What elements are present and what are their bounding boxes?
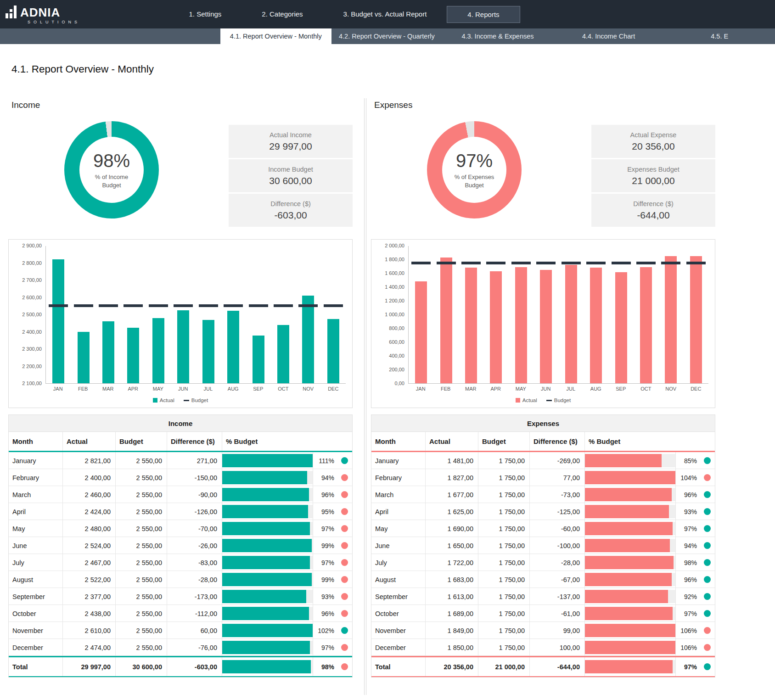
budget-cell: 2 550,00 [115, 622, 167, 639]
actual-cell: 1 690,00 [425, 520, 478, 537]
budget-cell: 1 750,00 [478, 537, 529, 554]
status-dot [699, 657, 715, 676]
budget-marker [249, 304, 268, 307]
stat-value: 30 600,00 [269, 175, 312, 186]
budget-marker [49, 304, 68, 307]
difference-cell: -70,00 [167, 520, 222, 537]
table-row: December1 850,001 750,00100,00106% [371, 639, 715, 656]
budget-marker [99, 304, 118, 307]
month-cell: May [371, 520, 425, 537]
month-cell: January [9, 452, 62, 469]
bar-slot [121, 246, 146, 383]
pct-budget-value: 94% [675, 537, 699, 554]
actual-bar [690, 256, 702, 384]
nav-item-categories[interactable]: 2. Categories [241, 6, 323, 23]
month-cell: August [371, 571, 425, 588]
subtab-expenses-chart[interactable]: 4.5. E [664, 28, 775, 44]
pct-budget-databar [584, 469, 675, 486]
budget-marker [411, 262, 431, 264]
pct-budget-value: 97% [313, 554, 337, 571]
month-cell: May [9, 520, 62, 537]
pct-budget-databar [222, 622, 313, 639]
month-cell: December [371, 639, 425, 656]
actual-bar [590, 268, 602, 383]
pct-budget-value: 111% [313, 452, 337, 469]
table-row: February2 400,002 550,00-150,0094% [9, 469, 352, 486]
difference-cell: -173,00 [167, 588, 222, 605]
pct-budget-databar [584, 657, 675, 676]
actual-cell: 1 827,00 [425, 469, 478, 486]
subtab-report-overview-quarterly[interactable]: 4.2. Report Overview - Quarterly [331, 28, 443, 44]
actual-cell: 2 474,00 [62, 639, 115, 656]
status-dot [337, 554, 352, 571]
x-axis-category-label: FEB [71, 386, 96, 392]
status-dot [337, 469, 352, 486]
budget-marker [149, 304, 168, 307]
budget-cell: 1 750,00 [478, 469, 529, 486]
difference-cell: -150,00 [167, 469, 222, 486]
y-axis-tick-label: 2 500,00 [9, 312, 42, 317]
subtab-income-chart[interactable]: 4.4. Income Chart [553, 28, 664, 44]
actual-cell: 1 481,00 [425, 452, 478, 469]
y-axis-tick-label: 600,00 [371, 339, 404, 345]
actual-cell: 1 850,00 [425, 639, 478, 656]
column-header-pct-budget: % Budget [222, 432, 352, 451]
actual-bar [227, 311, 239, 383]
budget-cell: 1 750,00 [478, 486, 529, 503]
difference-cell: -61,00 [529, 605, 584, 622]
pct-budget-databar [222, 469, 313, 486]
pct-budget-value: 106% [675, 639, 699, 656]
stat-value: -603,00 [274, 210, 307, 221]
difference-cell: -90,00 [167, 486, 222, 503]
actual-bar [665, 256, 677, 383]
difference-cell: -603,00 [167, 657, 222, 676]
actual-bar [640, 267, 652, 383]
top-nav-items: 1. Settings 2. Categories 3. Budget vs. … [111, 6, 578, 23]
actual-bar [440, 258, 452, 383]
pct-budget-value: 98% [675, 554, 699, 571]
actual-cell: 2 821,00 [62, 452, 115, 469]
plot-area [45, 246, 346, 384]
difference-cell: -125,00 [529, 503, 584, 520]
table-row: April2 424,002 550,00-126,0095% [9, 503, 352, 520]
x-axis-category-label: FEB [433, 386, 459, 392]
bar-slot [409, 246, 433, 383]
pct-budget-databar [584, 452, 675, 469]
bar-slot [534, 246, 558, 383]
budget-cell: 21 000,00 [478, 657, 529, 676]
pct-budget-value: 97% [675, 657, 699, 676]
nav-item-settings[interactable]: 1. Settings [168, 6, 241, 23]
budget-cell: 30 600,00 [115, 657, 167, 676]
pct-budget-value: 98% [313, 657, 337, 676]
pct-budget-databar [584, 503, 675, 520]
actual-bar [52, 259, 64, 383]
budget-marker [437, 262, 456, 264]
bar-slot [684, 246, 708, 383]
subtab-report-overview-monthly[interactable]: 4.1. Report Overview - Monthly [220, 28, 331, 44]
actual-bar [540, 270, 552, 384]
pct-budget-databar [584, 622, 675, 639]
pct-budget-databar [222, 452, 313, 469]
month-cell: November [9, 622, 62, 639]
table-body: January1 481,001 750,00-269,0085%Februar… [371, 452, 715, 677]
bar-slot [634, 246, 658, 383]
nav-item-reports[interactable]: 4. Reports [447, 6, 520, 23]
difference-cell: -28,00 [529, 554, 584, 571]
actual-bar [177, 310, 189, 383]
status-dot [699, 469, 715, 486]
actual-bar [127, 328, 139, 384]
budget-cell: 1 750,00 [478, 571, 529, 588]
column-header-pct-budget: % Budget [584, 432, 715, 451]
x-axis-category-label: JUN [171, 386, 196, 392]
table-row: October1 689,001 750,00-61,0097% [371, 605, 715, 622]
stat-label: Difference ($) [633, 200, 674, 207]
stat-label: Income Budget [268, 166, 313, 173]
budget-marker [174, 304, 193, 307]
donut-caption: % of Income Budget [88, 173, 135, 189]
table-row: December2 474,002 550,00-76,0097% [9, 639, 352, 656]
subtab-income-expenses[interactable]: 4.3. Income & Expenses [442, 28, 553, 44]
table-row: April1 625,001 750,00-125,0093% [371, 503, 715, 520]
nav-item-budget-vs-actual[interactable]: 3. Budget vs. Actual Report [323, 6, 447, 23]
y-axis-tick-label: 2 800,00 [9, 260, 42, 266]
actual-cell: 2 400,00 [62, 469, 115, 486]
